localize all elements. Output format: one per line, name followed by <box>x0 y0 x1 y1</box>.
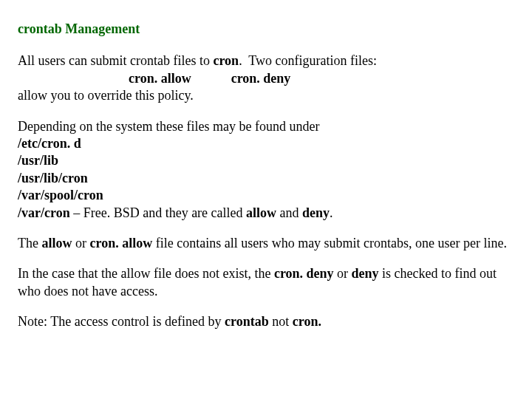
p4-d: deny <box>352 266 379 281</box>
paths-list: /etc/cron. d /usr/lib /usr/lib/cron /var… <box>18 135 514 222</box>
p5-d: cron. <box>293 314 321 329</box>
gap <box>191 71 231 86</box>
cron-allow-label: cron. allow <box>129 71 191 86</box>
p3-c: or <box>72 236 90 250</box>
path-var-cron-line: /var/cron – Free. BSD and they are calle… <box>18 205 514 222</box>
intro-text-a: All users can submit crontab files to <box>18 53 213 68</box>
p3-b: allow <box>41 236 72 250</box>
p5-b: crontab <box>225 314 269 329</box>
p3-d: cron. allow <box>90 236 153 250</box>
p3-a: The <box>18 236 41 250</box>
p4-b: cron. deny <box>274 266 334 281</box>
p4-a: In the case that the allow file does not… <box>18 266 274 281</box>
p5-a: Note: The access control is defined by <box>18 314 225 329</box>
deny-file-paragraph: In the case that the allow file does not… <box>18 265 514 300</box>
period: . <box>330 205 333 220</box>
path-var-spool-cron: /var/spool/cron <box>18 187 514 204</box>
path-var-cron-tail: – Free. BSD and they are called <box>70 205 246 220</box>
path-var-cron: /var/cron <box>18 205 70 220</box>
config-files-row: cron. allow cron. deny <box>129 70 514 87</box>
path-usr-lib-cron: /usr/lib/cron <box>18 170 514 187</box>
p5-c: not <box>269 314 293 329</box>
intro-paragraph: All users can submit crontab files to cr… <box>18 52 514 104</box>
allow-file-paragraph: The allow or cron. allow file contains a… <box>18 235 514 252</box>
section-heading: crontab Management <box>18 21 514 38</box>
and-word: and <box>276 205 302 220</box>
allow-word: allow <box>246 205 276 220</box>
path-usr-lib: /usr/lib <box>18 152 514 169</box>
deny-word: deny <box>302 205 330 220</box>
p3-e: file contains all users who may submit c… <box>152 236 507 250</box>
intro-text-b: cron <box>213 53 239 68</box>
intro-text-d: allow you to override this policy. <box>18 88 194 103</box>
paths-intro: Depending on the system these files may … <box>18 118 514 135</box>
cron-deny-label: cron. deny <box>231 71 291 86</box>
intro-text-c: . Two configuration files: <box>239 53 377 68</box>
p4-c: or <box>334 266 352 281</box>
note-paragraph: Note: The access control is defined by c… <box>18 313 514 330</box>
path-etc-cron-d: /etc/cron. d <box>18 135 514 152</box>
